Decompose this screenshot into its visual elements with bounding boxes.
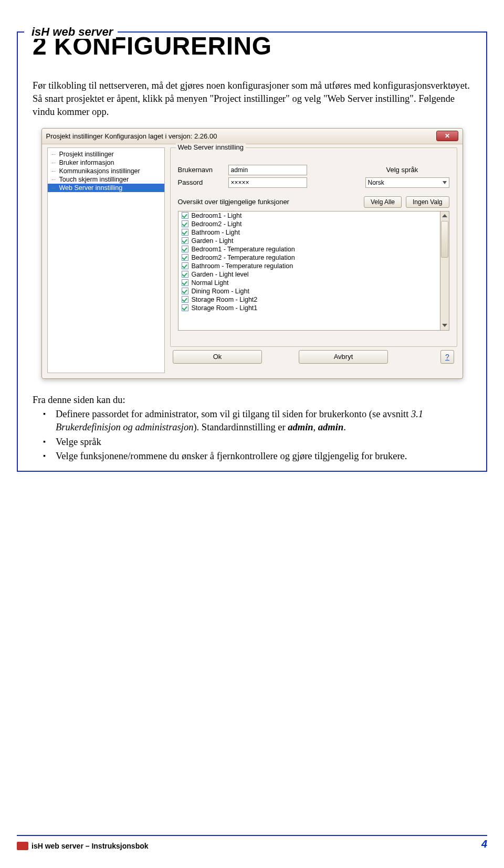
group-legend: Web Server innstilling <box>176 143 246 151</box>
settings-tree[interactable]: Prosjekt instillinger Bruker informasjon… <box>47 147 165 373</box>
list-item[interactable]: Storage Room - Light1 <box>178 304 440 312</box>
tree-item[interactable]: Kommunikasjons instillinger <box>48 167 164 175</box>
checkbox-icon[interactable] <box>182 271 188 278</box>
scroll-up-icon[interactable] <box>440 211 449 220</box>
dialog-titlebar: Prosjekt instillinger Konfigurasjon lage… <box>42 129 463 144</box>
bullet-list: Definere passordet for administrator, so… <box>33 408 471 463</box>
select-none-button[interactable]: Ingen Valg <box>406 196 449 208</box>
checkbox-icon[interactable] <box>182 229 188 236</box>
language-selected: Norsk <box>368 179 384 186</box>
checkbox-icon[interactable] <box>182 262 188 269</box>
intro-paragraph: Før tilkobling til nettserveren, må det … <box>33 79 471 119</box>
password-label: Passord <box>178 178 221 186</box>
list-item[interactable]: Garden - Light level <box>178 270 440 279</box>
password-field[interactable] <box>228 177 307 188</box>
list-item[interactable]: Bathroom - Light <box>178 228 440 237</box>
ok-button[interactable]: Ok <box>173 350 262 364</box>
logo-icon <box>17 842 28 850</box>
page-footer: isH web server – Instruksjonsbok 4 <box>17 835 487 850</box>
cancel-button[interactable]: Avbryt <box>299 350 388 364</box>
dialog-title: Prosjekt instillinger Konfigurasjon lage… <box>46 132 217 140</box>
tree-item-webserver[interactable]: Web Server innstilling <box>48 184 164 192</box>
close-button[interactable]: ✕ <box>436 131 458 141</box>
checkbox-icon[interactable] <box>182 246 188 252</box>
language-dropdown[interactable]: Norsk <box>365 177 449 188</box>
checkbox-icon[interactable] <box>182 212 188 219</box>
select-all-button[interactable]: Velg Alle <box>364 196 402 208</box>
functions-listbox[interactable]: Bedroom1 - Light Bedroom2 - Light Bathro… <box>178 211 440 331</box>
list-item: Velge språk <box>56 436 471 449</box>
bullet-intro: Fra denne siden kan du: <box>33 395 471 406</box>
webserver-groupbox: Web Server innstilling Brukernavn Velg s… <box>170 147 457 347</box>
list-item[interactable]: Bedroom2 - Light <box>178 220 440 228</box>
tree-item[interactable]: Bruker informasjon <box>48 158 164 167</box>
checkbox-icon[interactable] <box>182 296 188 303</box>
language-label: Velg språk <box>386 166 449 174</box>
username-field[interactable] <box>228 165 307 175</box>
list-item[interactable]: Dining Room - Light <box>178 287 440 295</box>
scroll-thumb[interactable] <box>441 221 448 258</box>
list-item[interactable]: Garden - Light <box>178 237 440 245</box>
settings-dialog: Prosjekt instillinger Konfigurasjon lage… <box>41 128 463 379</box>
list-item[interactable]: Bedroom2 - Temperature regulation <box>178 253 440 262</box>
list-item[interactable]: Normal Light <box>178 279 440 287</box>
checkbox-icon[interactable] <box>182 304 188 311</box>
checkbox-icon[interactable] <box>182 254 188 261</box>
list-item[interactable]: Storage Room - Light2 <box>178 295 440 304</box>
close-icon: ✕ <box>445 133 450 139</box>
list-item: Velge funksjonene/rommene du ønsker å fj… <box>56 450 471 463</box>
tree-item[interactable]: Touch skjerm instillinger <box>48 175 164 184</box>
checkbox-icon[interactable] <box>182 220 188 227</box>
checkbox-icon[interactable] <box>182 279 188 286</box>
footer-text: isH web server – Instruksjonsbok <box>32 842 149 850</box>
list-item[interactable]: Bedroom1 - Temperature regulation <box>178 245 440 253</box>
list-item[interactable]: Bedroom1 - Light <box>178 211 440 220</box>
list-item: Definere passordet for administrator, so… <box>56 408 471 435</box>
checkbox-icon[interactable] <box>182 288 188 294</box>
functions-label: Oversikt over tilgjengelige funksjoner <box>178 198 360 206</box>
scroll-down-icon[interactable] <box>440 321 449 330</box>
list-scrollbar[interactable] <box>440 211 449 331</box>
list-item[interactable]: Bathroom - Temperature regulation <box>178 262 440 270</box>
running-header: isH web server <box>28 25 116 39</box>
username-label: Brukernavn <box>178 166 221 174</box>
help-button[interactable]: ? <box>440 350 454 364</box>
tree-item[interactable]: Prosjekt instillinger <box>48 150 164 158</box>
checkbox-icon[interactable] <box>182 237 188 244</box>
page-number: 4 <box>481 838 487 850</box>
